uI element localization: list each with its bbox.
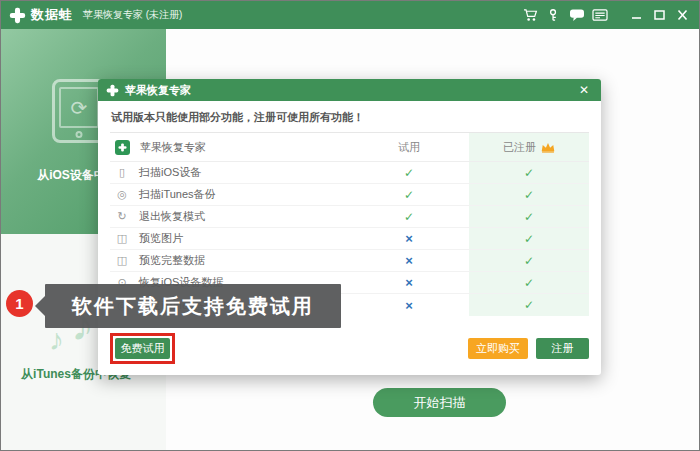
feature-name: 扫描iOS设备 bbox=[139, 165, 201, 180]
itunes-icon: ◎ bbox=[115, 188, 129, 201]
table-row: ◎扫描iTunes备份 ✓ ✓ bbox=[110, 184, 589, 206]
table-header-row: 苹果恢复专家 试用 已注册 bbox=[110, 133, 589, 162]
trial-mark: ✓ bbox=[404, 166, 414, 180]
feature-name: 扫描iTunes备份 bbox=[139, 187, 216, 202]
chat-icon[interactable] bbox=[568, 7, 585, 23]
brand-name: 数据蛙 bbox=[31, 6, 73, 24]
dialog-close-icon[interactable]: ✕ bbox=[575, 82, 593, 98]
registered-mark: ✓ bbox=[524, 188, 534, 202]
phone-icon: ▯ bbox=[115, 166, 129, 179]
trial-limits-dialog: 苹果恢复专家 ✕ 试用版本只能使用部分功能，注册可使用所有功能！ 苹果恢复专家 … bbox=[98, 79, 601, 375]
feature-name: 预览图片 bbox=[139, 231, 183, 246]
feature-name: 退出恢复模式 bbox=[139, 209, 205, 224]
registered-mark: ✓ bbox=[524, 254, 534, 268]
column-header-trial: 试用 bbox=[349, 140, 469, 155]
maximize-icon[interactable] bbox=[651, 7, 668, 23]
buy-now-button[interactable]: 立即购买 bbox=[468, 338, 528, 359]
crown-icon bbox=[541, 142, 555, 153]
table-row: ◫预览图片 × ✓ bbox=[110, 228, 589, 250]
recovery-mode-icon: ↻ bbox=[115, 210, 129, 223]
registered-label: 已注册 bbox=[503, 140, 536, 155]
registered-mark: ✓ bbox=[524, 232, 534, 246]
titlebar: 数据蛙 苹果恢复专家 (未注册) bbox=[1, 1, 699, 29]
dialog-logo-icon bbox=[106, 84, 119, 97]
start-scan-button[interactable]: 开始扫描 bbox=[373, 388, 506, 417]
trial-mark: × bbox=[405, 253, 413, 268]
window-title: 苹果恢复专家 (未注册) bbox=[83, 8, 182, 22]
tooltip-arrow bbox=[35, 296, 45, 316]
register-button[interactable]: 注册 bbox=[536, 338, 589, 359]
column-header-registered: 已注册 bbox=[469, 133, 589, 161]
feature-name: 预览完整数据 bbox=[139, 253, 205, 268]
feedback-icon[interactable] bbox=[591, 7, 608, 23]
preview-data-icon: ◫ bbox=[115, 254, 129, 267]
trial-mark: × bbox=[405, 231, 413, 246]
dialog-title: 苹果恢复专家 bbox=[125, 83, 191, 98]
trial-mark: × bbox=[405, 298, 413, 313]
trial-mark: × bbox=[405, 275, 413, 290]
app-icon bbox=[115, 140, 130, 155]
minimize-icon[interactable] bbox=[628, 7, 645, 23]
preview-image-icon: ◫ bbox=[115, 232, 129, 245]
app-window: 数据蛙 苹果恢复专家 (未注册) bbox=[0, 0, 700, 451]
registered-mark: ✓ bbox=[524, 166, 534, 180]
tooltip-text: 软件下载后支持免费试用 bbox=[45, 284, 341, 328]
registered-mark: ✓ bbox=[524, 298, 534, 312]
step-number-badge: 1 bbox=[6, 290, 33, 317]
registered-mark: ✓ bbox=[524, 276, 534, 290]
highlight-box: 免费试用 bbox=[110, 333, 175, 364]
cart-icon[interactable] bbox=[522, 7, 539, 23]
table-row: ↻退出恢复模式 ✓ ✓ bbox=[110, 206, 589, 228]
datafrog-logo-icon bbox=[9, 7, 26, 24]
dialog-titlebar: 苹果恢复专家 ✕ bbox=[98, 79, 601, 101]
free-trial-button[interactable]: 免费试用 bbox=[115, 338, 170, 359]
close-icon[interactable] bbox=[674, 7, 691, 23]
table-row: ◫预览完整数据 × ✓ bbox=[110, 250, 589, 272]
table-row: ▯扫描iOS设备 ✓ ✓ bbox=[110, 162, 589, 184]
product-name: 苹果恢复专家 bbox=[140, 140, 206, 155]
registered-mark: ✓ bbox=[524, 210, 534, 224]
trial-notice-text: 试用版本只能使用部分功能，注册可使用所有功能！ bbox=[98, 101, 601, 132]
trial-mark: ✓ bbox=[404, 188, 414, 202]
trial-mark: ✓ bbox=[404, 210, 414, 224]
key-icon[interactable] bbox=[545, 7, 562, 23]
